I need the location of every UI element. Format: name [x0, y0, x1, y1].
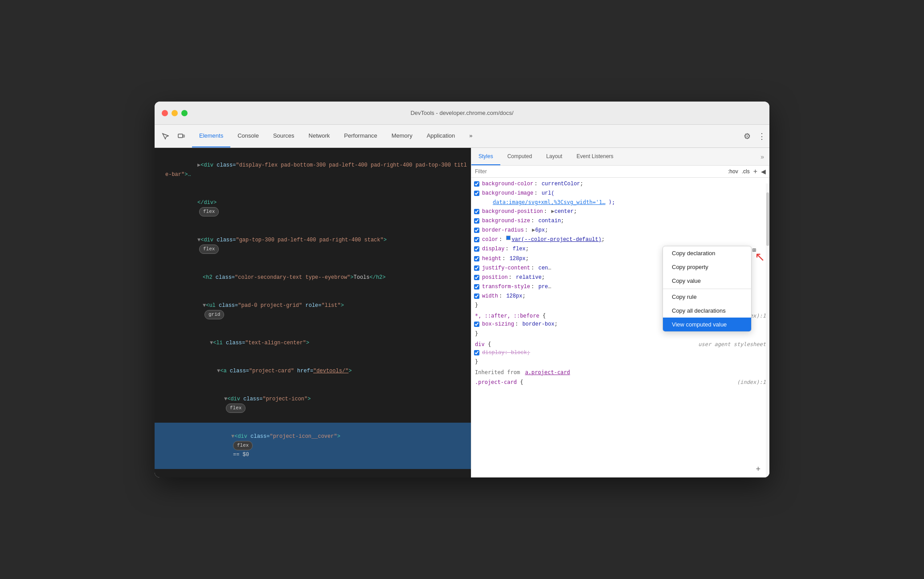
styles-tabs: Styles Computed Layout Event Listeners » [471, 148, 769, 166]
context-menu-separator [663, 289, 751, 289]
css-prop-color: color : var(--color-project-default) ; [471, 235, 769, 245]
css-checkbox-bg-pos[interactable] [474, 209, 479, 214]
tab-memory[interactable]: Memory [384, 125, 420, 147]
styles-more-tabs[interactable]: » [755, 153, 769, 160]
css-prop-bg-image-url: data:image/svg+xml,%3Csvg_width='1… ); [471, 198, 769, 207]
css-rule-div: div { user agent stylesheet [471, 338, 769, 348]
css-rule-project-card: .project-card { (index):1 [471, 377, 769, 386]
toolbar-right: ⚙ ⋮ [744, 131, 766, 141]
css-checkbox-justify[interactable] [474, 265, 479, 271]
close-button[interactable] [162, 110, 168, 116]
context-menu-copy-property[interactable]: Copy property [663, 260, 751, 274]
toggle-panel-icon[interactable]: ◀ [761, 168, 766, 175]
css-checkbox-border-radius[interactable] [474, 228, 479, 233]
select-element-button[interactable] [158, 129, 172, 143]
filter-actions: :hov .cls + ◀ [728, 167, 766, 175]
context-menu-copy-value[interactable]: Copy value [663, 274, 751, 288]
color-swatch[interactable] [506, 236, 511, 240]
html-line[interactable]: ▼<ul class="pad-0 project-grid" role="li… [155, 291, 471, 329]
tab-event-listeners[interactable]: Event Listeners [569, 148, 621, 165]
settings-icon[interactable]: ⚙ [744, 131, 751, 141]
html-line[interactable]: </div> flex [155, 189, 471, 226]
devtools-toolbar: Elements Console Sources Network Perform… [155, 125, 769, 148]
cls-filter[interactable]: .cls [742, 168, 750, 175]
html-panel: ▶<div class="display-flex pad-bottom-300… [155, 148, 471, 477]
device-mode-button[interactable] [174, 129, 188, 143]
scrollbar-thumb[interactable] [766, 192, 769, 246]
maximize-button[interactable] [181, 110, 188, 116]
tab-performance[interactable]: Performance [337, 125, 384, 147]
css-checkbox-bg-color[interactable] [474, 181, 479, 187]
css-prop-border-radius: border-radius : ▶ 6px ; [471, 226, 769, 235]
html-line[interactable]: ▼<li class="text-align-center"> [155, 329, 471, 357]
filter-input[interactable] [475, 168, 724, 175]
css-checkbox-display-block[interactable] [474, 350, 479, 355]
tab-computed[interactable]: Computed [500, 148, 539, 165]
minimize-button[interactable] [172, 110, 178, 116]
filter-bar: :hov .cls + ◀ [471, 166, 769, 178]
traffic-lights [162, 110, 188, 116]
tab-styles[interactable]: Styles [471, 148, 500, 165]
tab-more[interactable]: » [462, 125, 479, 147]
css-checkbox-bg-size[interactable] [474, 218, 479, 224]
tab-network[interactable]: Network [302, 125, 337, 147]
html-line[interactable]: ▼<div class="project-icon"> flex [155, 385, 471, 423]
css-checkbox-transform-style[interactable] [474, 284, 479, 290]
hov-filter[interactable]: :hov [728, 168, 738, 175]
css-checkbox-display[interactable] [474, 246, 479, 252]
styles-panel: Styles Computed Layout Event Listeners »… [471, 148, 769, 477]
context-menu-copy-rule[interactable]: Copy rule [663, 290, 751, 304]
svg-rect-1 [183, 135, 184, 137]
css-prop-background-position: background-position : ▶ center ; [471, 207, 769, 216]
html-line[interactable]: ▼<div class="gap-top-300 pad-left-400 pa… [155, 226, 471, 263]
add-style-btn[interactable]: + [753, 167, 757, 175]
toolbar-icons [158, 129, 188, 143]
css-checkbox-position[interactable] [474, 275, 479, 280]
css-checkbox-width[interactable] [474, 294, 479, 299]
css-checkbox-box-sizing[interactable] [474, 322, 479, 327]
inherited-label: Inherited from a.project-card [471, 366, 769, 377]
tab-application[interactable]: Application [420, 125, 462, 147]
html-line[interactable]: ▶<div class="display-flex pad-bottom-300… [155, 151, 471, 189]
context-menu-copy-all-declarations[interactable]: Copy all declarations [663, 304, 751, 318]
window-title: DevTools - developer.chrome.com/docs/ [410, 110, 513, 116]
red-arrow-icon: ↙ [755, 250, 765, 265]
tab-layout[interactable]: Layout [539, 148, 569, 165]
devtools-window: DevTools - developer.chrome.com/docs/ El… [155, 102, 769, 477]
html-line-selected[interactable]: ▼<div class="project-icon__cover"> flex … [155, 423, 471, 469]
pill-flex: flex [199, 207, 219, 216]
title-bar: DevTools - developer.chrome.com/docs/ [155, 102, 769, 125]
tab-console[interactable]: Console [230, 125, 266, 147]
more-options-icon[interactable]: ⋮ [758, 131, 766, 141]
html-line[interactable]: <h2 class="color-secondary-text type--ey… [155, 263, 471, 291]
svg-rect-0 [178, 134, 183, 138]
inherited-link[interactable]: a.project-card [525, 369, 570, 375]
closing-brace-div: } [471, 358, 769, 366]
css-source-div: user agent stylesheet [698, 341, 766, 347]
tab-sources[interactable]: Sources [266, 125, 302, 147]
context-menu-copy-declaration[interactable]: Copy declaration [663, 246, 751, 260]
css-prop-background-image: background-image : url( [471, 189, 769, 198]
context-menu-view-computed[interactable]: View computed value [663, 318, 751, 331]
toolbar-tabs: Elements Console Sources Network Perform… [192, 125, 480, 147]
vertical-scrollbar[interactable] [766, 183, 769, 477]
bg-image-url-link[interactable]: data:image/svg+xml,%3Csvg_width='1… [493, 199, 605, 205]
css-checkbox-color[interactable] [474, 237, 479, 242]
css-prop-background-color: background-color : currentColor ; [471, 179, 769, 189]
html-line-before[interactable]: ::before [155, 469, 471, 477]
add-style-rule-btn[interactable]: + [756, 465, 760, 474]
css-checkbox-height[interactable] [474, 256, 479, 261]
css-checkbox-bg-image[interactable] [474, 191, 479, 196]
tab-elements[interactable]: Elements [192, 125, 230, 147]
css-source-project-card[interactable]: (index):1 [737, 379, 766, 385]
main-content: ▶<div class="display-flex pad-bottom-300… [155, 148, 769, 477]
html-content: ▶<div class="display-flex pad-bottom-300… [155, 148, 471, 477]
css-prop-background-size: background-size : contain ; [471, 216, 769, 226]
html-line[interactable]: ▼<a class="project-card" href="devtools/… [155, 357, 471, 385]
css-prop-display-block: display: block; [471, 348, 769, 358]
context-menu: Copy declaration Copy property Copy valu… [662, 246, 752, 332]
